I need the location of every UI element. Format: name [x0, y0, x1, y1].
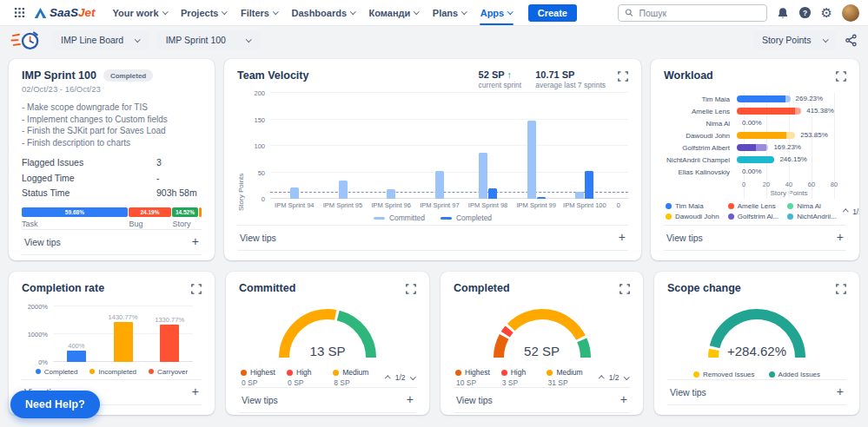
distribution-label: Story — [173, 220, 191, 228]
view-tips-link[interactable]: View tips — [666, 233, 703, 243]
nav-item-dashboards[interactable]: Dashboards — [284, 0, 361, 25]
notifications-bell-icon[interactable] — [777, 7, 789, 19]
board-select-value: IMP Line Board — [61, 35, 123, 45]
nav-item-your-work[interactable]: Your work — [106, 0, 174, 25]
bar-completed — [537, 197, 546, 199]
app-stopwatch-logo — [10, 29, 43, 52]
distribution-segment: 24.19% — [129, 207, 171, 217]
legend-item: Completed — [441, 214, 492, 222]
chevron-down-icon — [461, 9, 467, 14]
nav-item-plans[interactable]: Plans — [426, 0, 474, 25]
brand-saas: SaaS — [50, 6, 78, 19]
nav-item-filters[interactable]: Filters — [234, 0, 285, 25]
pager-up-icon[interactable] — [843, 209, 848, 214]
completion-title: Completion rate — [22, 282, 104, 294]
expand-icon[interactable] — [191, 282, 202, 298]
sprint-select[interactable]: IMP Sprint 100 — [157, 30, 260, 49]
gauge-value: 13 SP — [239, 344, 416, 358]
help-icon[interactable]: ? — [798, 6, 812, 19]
expand-icon[interactable] — [406, 282, 416, 298]
sprint-status-badge: Completed — [103, 69, 153, 82]
x-axis-label: IPM Sprint 95 — [319, 201, 368, 209]
workload-percent: 253.85% — [800, 131, 828, 139]
legend-item: Completed — [36, 368, 78, 376]
pager-label: 1/2 — [395, 373, 406, 382]
expand-icon[interactable] — [836, 282, 846, 298]
pager-down-icon[interactable] — [410, 374, 415, 379]
metric-select[interactable]: Story Points — [753, 30, 836, 49]
assignee-name: Dawoudi John — [664, 132, 737, 140]
legend-item: Golfstrim Al... — [728, 213, 779, 220]
legend-pager: 1/2 — [600, 373, 628, 382]
plus-icon[interactable]: + — [192, 387, 199, 397]
svg-text:?: ? — [802, 9, 806, 17]
view-tips-link[interactable]: View tips — [670, 387, 706, 397]
legend-value: 0 SP — [241, 378, 287, 387]
bar-carryover — [160, 325, 179, 362]
plus-icon[interactable]: + — [620, 395, 627, 404]
pager-up-icon[interactable] — [385, 376, 390, 381]
share-icon[interactable] — [845, 34, 858, 47]
view-tips-link[interactable]: View tips — [24, 237, 61, 247]
bar-incompleted — [114, 322, 133, 362]
create-button[interactable]: Create — [528, 4, 577, 22]
workload-percent: 0.00% — [742, 119, 762, 127]
bar-committed — [339, 181, 348, 199]
view-tips-row: View tips + — [664, 225, 846, 251]
saasjet-logo[interactable]: SaaSJet — [34, 6, 96, 19]
sprint-select-value: IMP Sprint 100 — [166, 35, 226, 45]
pager-down-icon[interactable] — [624, 374, 629, 379]
legend-value: 10 SP — [455, 378, 501, 387]
legend-item: Nima Al — [787, 202, 836, 210]
workload-row: Nima Al0.00% — [664, 117, 846, 129]
velocity-bar-group — [512, 93, 560, 199]
distribution-label: Task — [22, 220, 38, 228]
expand-icon[interactable] — [836, 69, 846, 85]
completion-chart: 0%1000%2000%400%1430.77%1330.77% — [53, 306, 193, 362]
stat-label: Logged Time — [22, 173, 156, 183]
legend-item: Committed — [374, 214, 425, 222]
trend-up-icon: ↑ — [507, 69, 512, 80]
plus-icon[interactable]: + — [192, 237, 199, 246]
expand-icon[interactable] — [620, 282, 630, 298]
assignee-name: Tim Maia — [664, 95, 737, 103]
scope-change-card: Scope change +284.62% Removed IssuesAdde… — [654, 272, 859, 415]
pager-label: 1/2 — [852, 207, 859, 216]
plus-icon[interactable]: + — [407, 395, 414, 404]
plus-icon[interactable]: + — [837, 233, 844, 242]
completion-bar-group: 1330.77% — [146, 306, 193, 362]
saasjet-logo-mark — [34, 7, 47, 19]
user-avatar[interactable] — [842, 4, 859, 22]
view-tips-link[interactable]: View tips — [242, 395, 278, 405]
chevron-down-icon — [246, 36, 251, 42]
app-switcher-icon[interactable] — [9, 3, 30, 22]
completion-bar-group: 1430.77% — [100, 306, 147, 362]
search-input[interactable] — [637, 7, 759, 19]
pager-up-icon[interactable] — [599, 376, 604, 381]
bar-committed — [387, 189, 395, 199]
sprint-title: IMP Sprint 100 — [22, 69, 96, 82]
board-select[interactable]: IMP Line Board — [52, 30, 149, 49]
view-tips-link[interactable]: View tips — [456, 395, 493, 405]
view-tips-row: View tips + — [667, 379, 846, 405]
sprint-stat-row: Flagged Issues3 — [22, 157, 202, 168]
legend-item: Medium31 SP — [547, 368, 593, 387]
settings-gear-icon[interactable]: ⚙ — [821, 6, 832, 19]
need-help-button[interactable]: Need Help? — [10, 391, 100, 418]
velocity-bar-group — [560, 93, 609, 199]
search-icon — [625, 8, 633, 17]
workload-chart: Tim Maia269.23%Amelie Lens415.38%Nima Al… — [664, 93, 846, 199]
x-axis-label: IPM Sprint 100 — [560, 201, 609, 209]
search-box[interactable] — [618, 4, 767, 22]
plus-icon[interactable]: + — [619, 233, 626, 242]
nav-item-команди[interactable]: Команди — [362, 0, 426, 25]
assignee-name: Golfstrim Albert — [664, 144, 737, 152]
legend-item: Medium8 SP — [333, 368, 379, 387]
nav-item-apps[interactable]: Apps — [474, 0, 520, 25]
nav-item-projects[interactable]: Projects — [174, 0, 234, 25]
expand-icon[interactable] — [618, 69, 628, 85]
plus-icon[interactable]: + — [837, 387, 844, 397]
view-tips-link[interactable]: View tips — [240, 233, 276, 243]
completed-title: Completed — [454, 282, 510, 294]
committed-card: Committed 13 SP Highest0 SPHigh0 SPMediu… — [226, 272, 429, 415]
